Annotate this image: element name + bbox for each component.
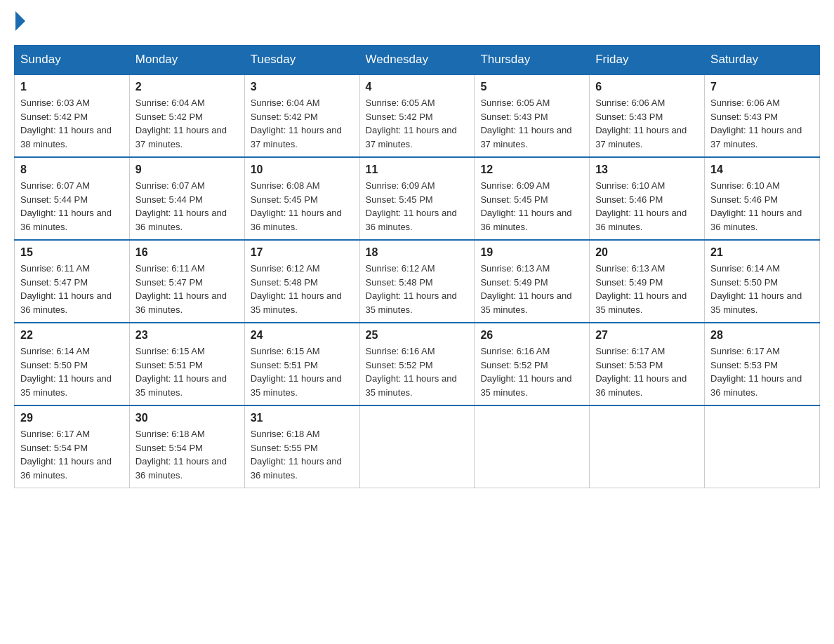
day-number: 14 xyxy=(710,163,814,176)
day-info: Sunrise: 6:12 AMSunset: 5:48 PMDaylight:… xyxy=(366,262,469,316)
calendar-day-cell: 29Sunrise: 6:17 AMSunset: 5:54 PMDayligh… xyxy=(15,405,130,488)
day-number: 17 xyxy=(251,246,354,259)
day-info: Sunrise: 6:10 AMSunset: 5:46 PMDaylight:… xyxy=(595,179,699,234)
calendar-day-cell: 13Sunrise: 6:10 AMSunset: 5:46 PMDayligh… xyxy=(590,157,705,240)
day-info: Sunrise: 6:16 AMSunset: 5:52 PMDaylight:… xyxy=(366,344,469,399)
day-number: 12 xyxy=(480,163,583,176)
day-number: 3 xyxy=(251,81,354,93)
day-number: 30 xyxy=(135,412,239,424)
day-info: Sunrise: 6:11 AMSunset: 5:47 PMDaylight:… xyxy=(20,262,124,316)
calendar-day-cell: 17Sunrise: 6:12 AMSunset: 5:48 PMDayligh… xyxy=(244,240,359,323)
day-info: Sunrise: 6:11 AMSunset: 5:47 PMDaylight:… xyxy=(135,262,239,316)
day-info: Sunrise: 6:12 AMSunset: 5:48 PMDaylight:… xyxy=(251,262,354,316)
calendar-day-cell: 9Sunrise: 6:07 AMSunset: 5:44 PMDaylight… xyxy=(129,157,244,240)
calendar-day-cell: 7Sunrise: 6:06 AMSunset: 5:43 PMDaylight… xyxy=(705,74,820,157)
day-info: Sunrise: 6:14 AMSunset: 5:50 PMDaylight:… xyxy=(710,262,814,316)
calendar-day-cell: 15Sunrise: 6:11 AMSunset: 5:47 PMDayligh… xyxy=(15,240,130,323)
day-info: Sunrise: 6:10 AMSunset: 5:46 PMDaylight:… xyxy=(710,179,814,234)
day-number: 1 xyxy=(20,81,124,93)
day-info: Sunrise: 6:07 AMSunset: 5:44 PMDaylight:… xyxy=(20,179,124,234)
calendar-day-cell: 8Sunrise: 6:07 AMSunset: 5:44 PMDaylight… xyxy=(15,157,130,240)
day-info: Sunrise: 6:09 AMSunset: 5:45 PMDaylight:… xyxy=(366,179,469,234)
calendar-day-cell: 12Sunrise: 6:09 AMSunset: 5:45 PMDayligh… xyxy=(475,157,590,240)
calendar-header-sunday: Sunday xyxy=(15,46,130,75)
day-number: 26 xyxy=(480,329,583,342)
calendar-day-cell: 14Sunrise: 6:10 AMSunset: 5:46 PMDayligh… xyxy=(705,157,820,240)
calendar-header-friday: Friday xyxy=(590,46,705,75)
day-info: Sunrise: 6:13 AMSunset: 5:49 PMDaylight:… xyxy=(595,262,699,316)
calendar-week-row: 8Sunrise: 6:07 AMSunset: 5:44 PMDaylight… xyxy=(15,157,820,240)
day-number: 28 xyxy=(710,329,814,342)
day-info: Sunrise: 6:18 AMSunset: 5:54 PMDaylight:… xyxy=(135,427,239,482)
calendar-day-cell xyxy=(590,405,705,488)
day-info: Sunrise: 6:04 AMSunset: 5:42 PMDaylight:… xyxy=(135,96,239,151)
calendar-header-saturday: Saturday xyxy=(705,46,820,75)
calendar-day-cell: 25Sunrise: 6:16 AMSunset: 5:52 PMDayligh… xyxy=(359,323,475,405)
calendar-day-cell: 24Sunrise: 6:15 AMSunset: 5:51 PMDayligh… xyxy=(244,323,359,405)
day-number: 9 xyxy=(135,163,239,176)
day-number: 5 xyxy=(480,81,583,93)
day-number: 6 xyxy=(595,81,699,93)
calendar-day-cell xyxy=(475,405,590,488)
day-number: 18 xyxy=(366,246,469,259)
day-number: 8 xyxy=(20,163,124,176)
calendar-day-cell: 16Sunrise: 6:11 AMSunset: 5:47 PMDayligh… xyxy=(129,240,244,323)
calendar-day-cell: 4Sunrise: 6:05 AMSunset: 5:42 PMDaylight… xyxy=(359,74,475,157)
day-number: 13 xyxy=(595,163,699,176)
day-info: Sunrise: 6:18 AMSunset: 5:55 PMDaylight:… xyxy=(251,427,354,482)
day-number: 15 xyxy=(20,246,124,259)
calendar-table: SundayMondayTuesdayWednesdayThursdayFrid… xyxy=(14,45,820,488)
calendar-day-cell: 19Sunrise: 6:13 AMSunset: 5:49 PMDayligh… xyxy=(475,240,590,323)
day-number: 23 xyxy=(135,329,239,342)
day-number: 31 xyxy=(251,412,354,424)
calendar-day-cell: 18Sunrise: 6:12 AMSunset: 5:48 PMDayligh… xyxy=(359,240,475,323)
day-number: 21 xyxy=(710,246,814,259)
day-info: Sunrise: 6:03 AMSunset: 5:42 PMDaylight:… xyxy=(20,96,124,151)
calendar-header-row: SundayMondayTuesdayWednesdayThursdayFrid… xyxy=(15,46,820,75)
day-number: 4 xyxy=(366,81,469,93)
calendar-day-cell: 10Sunrise: 6:08 AMSunset: 5:45 PMDayligh… xyxy=(244,157,359,240)
day-number: 22 xyxy=(20,329,124,342)
day-info: Sunrise: 6:07 AMSunset: 5:44 PMDaylight:… xyxy=(135,179,239,234)
day-info: Sunrise: 6:06 AMSunset: 5:43 PMDaylight:… xyxy=(595,96,699,151)
calendar-day-cell: 6Sunrise: 6:06 AMSunset: 5:43 PMDaylight… xyxy=(590,74,705,157)
day-info: Sunrise: 6:05 AMSunset: 5:42 PMDaylight:… xyxy=(366,96,469,151)
day-info: Sunrise: 6:17 AMSunset: 5:54 PMDaylight:… xyxy=(20,427,124,482)
day-number: 24 xyxy=(251,329,354,342)
calendar-header-wednesday: Wednesday xyxy=(359,46,475,75)
calendar-day-cell xyxy=(359,405,475,488)
logo xyxy=(14,14,25,31)
calendar-day-cell: 30Sunrise: 6:18 AMSunset: 5:54 PMDayligh… xyxy=(129,405,244,488)
day-number: 11 xyxy=(366,163,469,176)
day-info: Sunrise: 6:06 AMSunset: 5:43 PMDaylight:… xyxy=(710,96,814,151)
calendar-day-cell: 28Sunrise: 6:17 AMSunset: 5:53 PMDayligh… xyxy=(705,323,820,405)
calendar-header-thursday: Thursday xyxy=(475,46,590,75)
calendar-header-monday: Monday xyxy=(129,46,244,75)
day-info: Sunrise: 6:16 AMSunset: 5:52 PMDaylight:… xyxy=(480,344,583,399)
day-number: 16 xyxy=(135,246,239,259)
day-number: 19 xyxy=(480,246,583,259)
calendar-day-cell: 3Sunrise: 6:04 AMSunset: 5:42 PMDaylight… xyxy=(244,74,359,157)
calendar-week-row: 15Sunrise: 6:11 AMSunset: 5:47 PMDayligh… xyxy=(15,240,820,323)
calendar-day-cell: 1Sunrise: 6:03 AMSunset: 5:42 PMDaylight… xyxy=(15,74,130,157)
calendar-day-cell: 11Sunrise: 6:09 AMSunset: 5:45 PMDayligh… xyxy=(359,157,475,240)
day-info: Sunrise: 6:13 AMSunset: 5:49 PMDaylight:… xyxy=(480,262,583,316)
calendar-day-cell: 5Sunrise: 6:05 AMSunset: 5:43 PMDaylight… xyxy=(475,74,590,157)
day-info: Sunrise: 6:14 AMSunset: 5:50 PMDaylight:… xyxy=(20,344,124,399)
calendar-day-cell: 23Sunrise: 6:15 AMSunset: 5:51 PMDayligh… xyxy=(129,323,244,405)
day-info: Sunrise: 6:08 AMSunset: 5:45 PMDaylight:… xyxy=(251,179,354,234)
page-header xyxy=(14,14,820,31)
logo-arrow-icon xyxy=(15,11,25,31)
calendar-day-cell: 2Sunrise: 6:04 AMSunset: 5:42 PMDaylight… xyxy=(129,74,244,157)
day-number: 7 xyxy=(710,81,814,93)
calendar-day-cell: 22Sunrise: 6:14 AMSunset: 5:50 PMDayligh… xyxy=(15,323,130,405)
day-number: 27 xyxy=(595,329,699,342)
calendar-week-row: 22Sunrise: 6:14 AMSunset: 5:50 PMDayligh… xyxy=(15,323,820,405)
day-number: 20 xyxy=(595,246,699,259)
calendar-day-cell: 31Sunrise: 6:18 AMSunset: 5:55 PMDayligh… xyxy=(244,405,359,488)
calendar-day-cell xyxy=(705,405,820,488)
calendar-week-row: 1Sunrise: 6:03 AMSunset: 5:42 PMDaylight… xyxy=(15,74,820,157)
calendar-header-tuesday: Tuesday xyxy=(244,46,359,75)
day-number: 25 xyxy=(366,329,469,342)
day-number: 29 xyxy=(20,412,124,424)
